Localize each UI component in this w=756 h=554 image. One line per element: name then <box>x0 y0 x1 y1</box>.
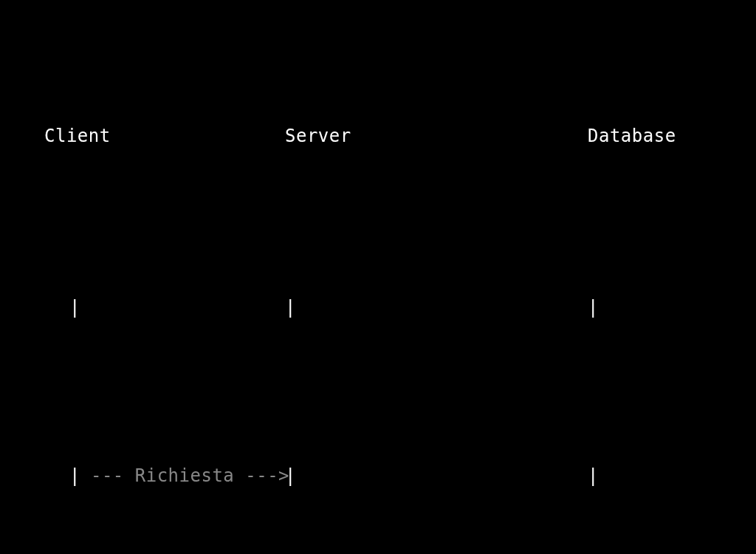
lifeline-pipe: | <box>285 291 296 325</box>
diagram-row: | | | <box>30 291 726 325</box>
diagram-row: | --- Richiesta ---> | | <box>30 459 726 493</box>
lifeline-pipe: | <box>588 291 599 325</box>
lifeline-pipe: | <box>69 291 80 325</box>
request-arrow: --- Richiesta ---> <box>91 459 289 493</box>
lifeline-pipe: | <box>69 459 80 493</box>
header-server: Server <box>285 120 588 154</box>
header-database: Database <box>588 120 676 154</box>
sequence-diagram: Client Server Database | | | | --- Richi… <box>30 18 726 554</box>
header-row: Client Server Database <box>30 120 726 154</box>
header-client: Client <box>30 120 285 154</box>
lifeline-pipe: | <box>285 459 296 493</box>
lifeline-pipe: | <box>588 459 599 493</box>
